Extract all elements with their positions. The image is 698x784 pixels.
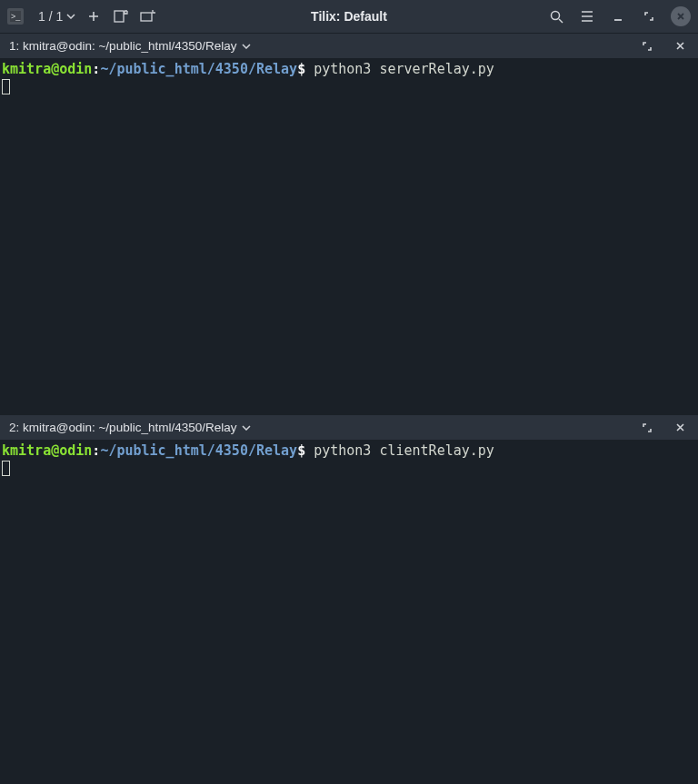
chevron-down-icon (242, 44, 251, 49)
cursor-2 (2, 461, 10, 476)
svg-point-4 (551, 11, 559, 19)
close-icon (675, 422, 685, 432)
window-title: Tilix: Default (311, 9, 387, 24)
pane-close-button-1[interactable] (671, 37, 689, 55)
titlebar-right-group (547, 6, 691, 26)
command-text-1: python3 serverRelay.py (314, 61, 494, 77)
prompt-symbol-2: $ (297, 442, 305, 459)
session-counter[interactable]: 1 / 1 (38, 9, 75, 24)
chevron-down-icon (242, 425, 251, 431)
pane-header-controls-2 (638, 419, 689, 437)
maximize-icon (643, 11, 654, 22)
pane-title-dropdown-1[interactable]: 1: kmitra@odin: ~/public_html/4350/Relay (9, 39, 251, 53)
terminal-body-1[interactable]: kmitra@odin:~/public_html/4350/Relay$ py… (0, 58, 698, 414)
menu-button[interactable] (578, 7, 596, 25)
search-button[interactable] (547, 7, 565, 25)
pane-title-2: 2: kmitra@odin: ~/public_html/4350/Relay (9, 421, 236, 434)
pane-header-controls-1 (638, 37, 689, 55)
svg-text:>_: >_ (11, 12, 21, 21)
pane-title-1: 1: kmitra@odin: ~/public_html/4350/Relay (9, 39, 236, 53)
prompt-path-2: ~/public_html/4350/Relay (100, 442, 297, 459)
prompt-user-1: kmitra@odin (2, 61, 92, 77)
command-text-2: python3 clientRelay.py (314, 442, 494, 459)
pane-header-1: 1: kmitra@odin: ~/public_html/4350/Relay (0, 33, 698, 58)
close-icon (676, 12, 685, 21)
app-icon: >_ (7, 8, 24, 25)
split-right-icon (114, 10, 128, 23)
pane-close-button-2[interactable] (671, 419, 689, 437)
pane-maximize-button-1[interactable] (638, 37, 656, 55)
hamburger-icon (581, 11, 593, 22)
prompt-path-1: ~/public_html/4350/Relay (100, 61, 297, 77)
minimize-icon (613, 11, 623, 22)
add-session-button[interactable] (85, 7, 103, 25)
close-window-button[interactable] (671, 6, 691, 26)
terminal-pane-1: 1: kmitra@odin: ~/public_html/4350/Relay… (0, 33, 698, 414)
search-icon (550, 10, 563, 24)
plus-icon (87, 10, 100, 23)
maximize-button[interactable] (640, 7, 658, 25)
terminal-body-2[interactable]: kmitra@odin:~/public_html/4350/Relay$ py… (0, 440, 698, 784)
pane-header-2: 2: kmitra@odin: ~/public_html/4350/Relay (0, 414, 698, 440)
prompt-symbol-1: $ (297, 61, 305, 77)
close-icon (675, 41, 685, 51)
prompt-user-2: kmitra@odin (2, 442, 92, 459)
expand-icon (642, 41, 653, 52)
chevron-down-icon (66, 14, 75, 19)
split-down-button[interactable] (139, 7, 157, 25)
terminal-pane-2: 2: kmitra@odin: ~/public_html/4350/Relay… (0, 414, 698, 784)
svg-rect-3 (141, 13, 152, 21)
titlebar-left-group: >_ 1 / 1 (7, 7, 157, 25)
cursor-1 (2, 79, 10, 94)
minimize-button[interactable] (609, 7, 627, 25)
window-titlebar: >_ 1 / 1 Tilix: Default (0, 0, 698, 33)
expand-icon (642, 422, 653, 433)
pane-maximize-button-2[interactable] (638, 419, 656, 437)
svg-rect-2 (115, 11, 124, 22)
session-count-label: 1 / 1 (38, 9, 63, 24)
split-down-icon (140, 10, 156, 23)
split-right-button[interactable] (112, 7, 130, 25)
pane-title-dropdown-2[interactable]: 2: kmitra@odin: ~/public_html/4350/Relay (9, 421, 251, 434)
